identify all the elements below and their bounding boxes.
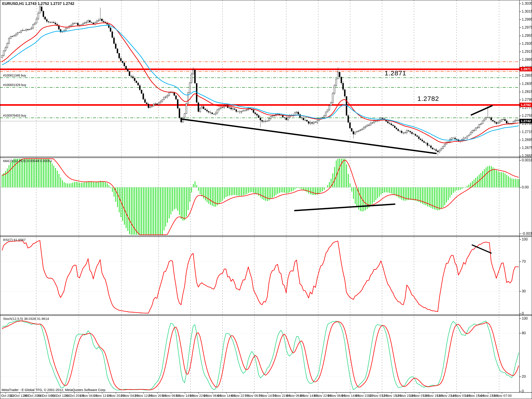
- chart-title: EURUSD,H1 1.2743 1.2752 1.2737 1.2742: [2, 1, 74, 6]
- stoch-scale-label: 0: [522, 389, 524, 393]
- price-tick-label: 1.2795: [522, 98, 532, 102]
- macd-scale-label: -0.00309: [522, 232, 532, 236]
- order-line-label-1: #100811346 buy: [3, 74, 26, 77]
- rsi-scale-label: 0: [522, 311, 524, 316]
- order-line-label-2: #100831329 buy: [3, 83, 27, 87]
- rsi-scale-label: 30: [522, 289, 526, 293]
- resistance-level-label: 1.2871: [385, 69, 406, 77]
- price-tick-label: 1.3035: [522, 1, 532, 6]
- price-tick-label: 1.2655: [522, 154, 532, 158]
- price-tick-label: 1.2695: [522, 138, 532, 142]
- price-tick-label: 1.2955: [522, 34, 532, 38]
- rsi-indicator-label: RSI(7) 61.6567: [3, 238, 26, 242]
- copyright-text: MetaTrader - E-Global TFG, © 2001-2012, …: [1, 388, 107, 392]
- price-tick-label: 1.2975: [522, 25, 532, 30]
- price-tick-label: 1.2895: [522, 58, 532, 62]
- price-badge: 1.2871: [519, 67, 532, 71]
- price-tick-label: 1.2755: [522, 114, 532, 118]
- support-level-label: 1.2782: [417, 95, 439, 102]
- stoch-scale-label: 80: [522, 331, 526, 335]
- stoch-scale-label: 100: [522, 317, 528, 321]
- price-tick-label: 1.2915: [522, 50, 532, 54]
- rsi-scale-label: 100: [522, 237, 528, 241]
- price-badge: 1.2742: [519, 119, 532, 123]
- price-tick-label: 1.2995: [522, 18, 532, 21]
- price-tick-label: 1.2715: [522, 130, 532, 134]
- price-tick-label: 1.2835: [522, 82, 532, 86]
- macd-scale-label: 0.00: [522, 185, 529, 189]
- price-tick-label: 1.2855: [522, 74, 532, 78]
- stoch-indicator-label: Stoch(12,5,5) 38.0328 31.9614: [3, 317, 49, 321]
- price-tick-label: 1.3015: [522, 10, 532, 13]
- metatrader-chart-window: EURUSD,H1 1.2743 1.2752 1.2737 1.2742 MA…: [0, 0, 532, 399]
- stoch-scale-label: 20: [522, 375, 526, 379]
- rsi-scale-label: 70: [522, 260, 526, 264]
- macd-indicator-label: MACD(12,26,9) 0.00048 0.00051: [3, 159, 52, 163]
- order-line-label-3: #100976403 buy: [3, 114, 27, 117]
- price-tick-label: 1.2675: [522, 146, 532, 150]
- price-tick-label: 1.2935: [522, 42, 532, 46]
- price-tick-label: 1.2815: [522, 90, 532, 94]
- price-badge: 1.2782: [519, 103, 532, 107]
- chart-canvas[interactable]: [0, 0, 532, 399]
- macd-scale-label: 0.0018: [522, 158, 532, 162]
- time-axis-label: 15 Nov 07:00: [492, 394, 512, 398]
